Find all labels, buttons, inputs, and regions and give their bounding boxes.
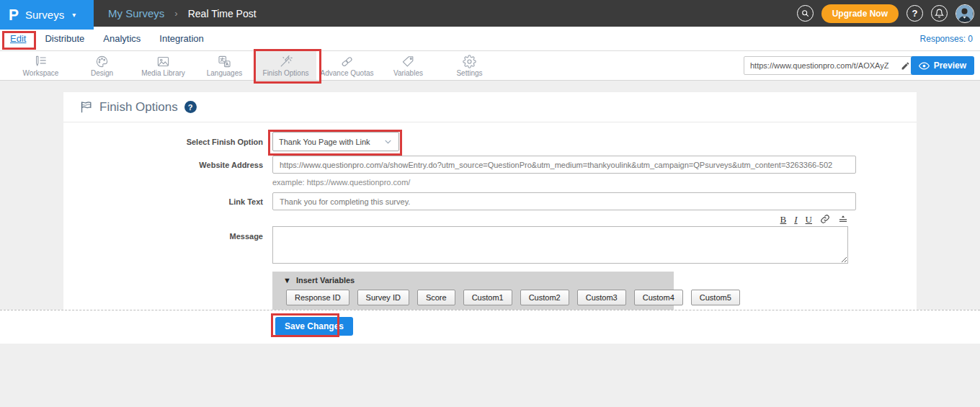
website-example-text: example: https://www.questionpro.com/ <box>272 178 917 187</box>
finish-options-panel: Finish Options ? Select Finish Option Th… <box>63 92 917 310</box>
variable-custom5-button[interactable]: Custom5 <box>691 290 740 305</box>
message-row: Message <box>63 226 917 267</box>
link-text-input[interactable] <box>272 192 856 210</box>
finish-options-help-button[interactable]: ? <box>184 101 197 113</box>
questionpro-logo: P <box>9 6 19 22</box>
website-address-input[interactable] <box>272 156 856 174</box>
search-button[interactable] <box>797 5 814 22</box>
toolbar-item-languages[interactable]: Languages <box>194 51 255 80</box>
variable-survey-id-button[interactable]: Survey ID <box>357 290 409 305</box>
website-address-row: Website Address <box>63 156 917 174</box>
insert-variables-panel: ▼ Insert Variables Response ID Survey ID… <box>272 272 674 310</box>
link-text-row: Link Text <box>63 192 917 210</box>
flag-icon <box>79 100 93 114</box>
tab-analytics[interactable]: Analytics <box>103 33 141 44</box>
toolbar-item-design[interactable]: Design <box>71 51 133 80</box>
variable-custom2-button[interactable]: Custom2 <box>520 290 569 305</box>
magic-wand-icon <box>279 55 293 68</box>
panel-header: Finish Options ? <box>63 92 917 122</box>
top-bar: My Surveys › Real Time Post Upgrade Now … <box>0 0 980 27</box>
pen-list-icon <box>34 55 48 68</box>
toolbar-item-advance-quotas[interactable]: Advance Quotas <box>316 51 378 80</box>
chevron-down-icon <box>383 137 393 146</box>
select-finish-option-label: Select Finish Option <box>63 132 263 146</box>
message-label: Message <box>63 226 263 241</box>
toolbar-item-settings[interactable]: Settings <box>439 51 500 80</box>
palette-icon <box>95 55 109 68</box>
breadcrumb-current-survey: Real Time Post <box>188 8 257 19</box>
finish-option-selected-value: Thank You Page with Link <box>279 138 370 146</box>
responses-count[interactable]: Responses: 0 <box>920 34 980 44</box>
breadcrumb-my-surveys[interactable]: My Surveys <box>108 7 164 19</box>
eye-icon <box>919 61 930 71</box>
bell-icon <box>935 9 944 18</box>
text-align-button[interactable] <box>838 214 848 224</box>
tag-icon <box>401 55 415 68</box>
save-changes-button[interactable]: Save Changes <box>275 317 353 336</box>
website-address-label: Website Address <box>63 156 263 169</box>
product-name: Surveys <box>25 9 64 21</box>
toolbar-item-workspace[interactable]: Workspace <box>10 51 71 80</box>
caret-down-icon: ▾ <box>72 11 76 19</box>
user-avatar[interactable] <box>956 4 974 23</box>
product-switcher[interactable]: P Surveys ▾ <box>0 0 94 30</box>
insert-variables-buttons: Response ID Survey ID Score Custom1 Cust… <box>272 290 674 305</box>
tab-distribute[interactable]: Distribute <box>45 33 84 44</box>
variable-response-id-button[interactable]: Response ID <box>286 290 349 305</box>
align-icon <box>838 214 848 224</box>
italic-button[interactable]: I <box>794 215 797 224</box>
tab-integration[interactable]: Integration <box>159 33 203 44</box>
help-button[interactable]: ? <box>906 5 923 22</box>
select-finish-option-row: Select Finish Option Thank You Page with… <box>63 132 917 151</box>
variable-custom4-button[interactable]: Custom4 <box>634 290 683 305</box>
message-format-toolbar: B I U <box>63 213 848 225</box>
save-strip: Save Changes <box>0 310 980 344</box>
pencil-icon <box>901 61 910 71</box>
notifications-button[interactable] <box>931 5 948 22</box>
message-textarea[interactable] <box>272 226 848 264</box>
insert-variables-title: Insert Variables <box>296 276 355 285</box>
insert-link-button[interactable] <box>820 214 830 224</box>
survey-url-input[interactable] <box>744 61 896 70</box>
survey-url-field <box>744 56 915 75</box>
toolbar-item-variables[interactable]: Variables <box>378 51 439 80</box>
finish-options-form: Select Finish Option Thank You Page with… <box>63 122 917 310</box>
toolbar-item-finish-options[interactable]: Finish Options <box>255 51 316 80</box>
variable-custom1-button[interactable]: Custom1 <box>463 290 512 305</box>
survey-tabs: Edit Distribute Analytics Integration Re… <box>0 27 980 51</box>
image-icon <box>156 55 170 68</box>
bold-button[interactable]: B <box>780 215 787 224</box>
toolbar-item-media-library[interactable]: Media Library <box>133 51 194 80</box>
finish-option-select[interactable]: Thank You Page with Link <box>272 132 399 151</box>
translate-icon <box>218 55 231 68</box>
preview-button[interactable]: Preview <box>911 56 974 75</box>
chain-links-icon <box>340 55 354 68</box>
avatar-photo <box>956 5 973 22</box>
upgrade-now-button[interactable]: Upgrade Now <box>821 4 899 23</box>
page-title: Finish Options <box>99 100 178 115</box>
link-icon <box>820 214 830 224</box>
tab-edit[interactable]: Edit <box>10 33 26 44</box>
search-icon <box>801 9 810 18</box>
link-text-label: Link Text <box>63 192 263 206</box>
variable-score-button[interactable]: Score <box>417 290 455 305</box>
breadcrumb: My Surveys › Real Time Post <box>108 0 257 27</box>
breadcrumb-separator-icon: › <box>174 8 177 19</box>
variable-custom3-button[interactable]: Custom3 <box>577 290 626 305</box>
insert-variables-toggle[interactable]: ▼ Insert Variables <box>272 276 674 285</box>
underline-button[interactable]: U <box>806 215 812 224</box>
edit-toolbar: Workspace Design Media Library Languages… <box>0 51 980 81</box>
topbar-actions: Upgrade Now ? <box>797 0 974 27</box>
questionpro-app: My Surveys › Real Time Post Upgrade Now … <box>0 0 980 407</box>
gear-icon <box>463 55 476 68</box>
caret-down-icon: ▼ <box>283 277 291 285</box>
